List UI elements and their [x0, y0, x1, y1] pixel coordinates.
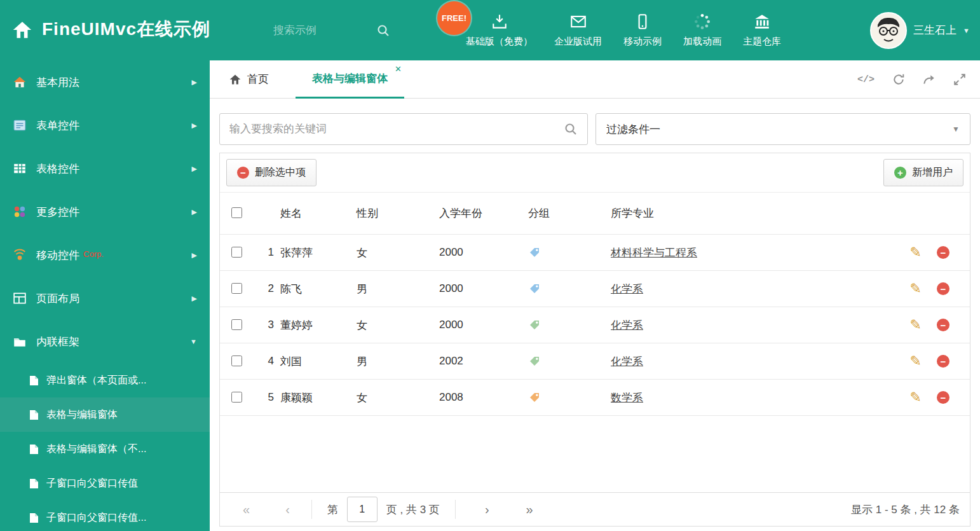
sidebar-item-inline-frame[interactable]: 内联框架 ▼: [0, 320, 210, 363]
nav-item-label: 企业版试用: [554, 36, 602, 48]
caret-down-icon: ▼: [952, 125, 960, 134]
nav-item-label: 移动示例: [623, 36, 662, 48]
sidebar-subitem-child-to-parent[interactable]: 子窗口向父窗口传值: [0, 466, 210, 500]
first-page-button[interactable]: «: [243, 503, 250, 516]
major-link[interactable]: 化学系: [611, 283, 643, 295]
next-page-button[interactable]: ›: [485, 503, 489, 516]
delete-row-icon[interactable]: −: [937, 319, 949, 331]
edit-pencil-icon[interactable]: ✎: [910, 354, 922, 368]
delete-selected-label: 删除选中项: [255, 166, 306, 179]
row-checkbox[interactable]: [231, 355, 242, 366]
edit-pencil-icon[interactable]: ✎: [910, 390, 922, 404]
row-year: 2008: [439, 391, 528, 404]
tab-grid-edit-window[interactable]: 表格与编辑窗体 ✕: [296, 60, 404, 99]
file-icon: [29, 375, 39, 386]
add-user-button[interactable]: + 新增用户: [883, 159, 963, 186]
chevron-right-icon: ▶: [192, 208, 197, 216]
house-icon: [13, 75, 27, 89]
sidebar-item-page-layout[interactable]: 页面布局 ▶: [0, 277, 210, 320]
keyword-search-input[interactable]: [220, 123, 564, 135]
delete-row-icon[interactable]: −: [937, 355, 949, 368]
pager-divider: [311, 500, 312, 519]
sidebar-item-grid-controls[interactable]: 表格控件 ▶: [0, 147, 210, 190]
code-icon[interactable]: </>: [857, 74, 875, 85]
row-checkbox[interactable]: [231, 283, 242, 294]
app-title: FineUIMvc在线示例: [42, 17, 210, 41]
home-icon[interactable]: [11, 19, 33, 41]
edit-pencil-icon[interactable]: ✎: [910, 245, 922, 259]
mobile-icon: [634, 13, 651, 31]
chevron-right-icon: ▶: [192, 294, 197, 303]
row-name: 张萍萍: [280, 245, 357, 260]
sidebar-subitem-child-to-parent-2[interactable]: 子窗口向父窗口传值...: [0, 500, 210, 531]
column-header-group: 分组: [528, 206, 611, 221]
sidebar-item-basic-usage[interactable]: 基本用法 ▶: [0, 60, 210, 104]
page-number-input[interactable]: [347, 497, 378, 522]
table-row: 4 刘国 男 2002 化学系 ✎ −: [220, 343, 970, 380]
close-icon[interactable]: ✕: [395, 64, 402, 74]
chevron-right-icon: ▶: [192, 78, 197, 86]
sidebar-subitem-grid-edit-window-2[interactable]: 表格与编辑窗体（不...: [0, 432, 210, 466]
page-label-suffix: 页 , 共 3 页: [386, 502, 440, 517]
major-link[interactable]: 材料科学与工程系: [611, 247, 697, 259]
form-icon: [13, 118, 27, 132]
row-checkbox[interactable]: [231, 319, 242, 330]
sidebar-item-mobile-controls[interactable]: 移动控件 Corp. ▶: [0, 233, 210, 277]
nav-item-enterprise-trial[interactable]: 企业版试用: [543, 13, 613, 48]
chevron-right-icon: ▶: [192, 121, 197, 130]
delete-selected-button[interactable]: − 删除选中项: [226, 159, 316, 186]
row-checkbox[interactable]: [231, 392, 242, 403]
table-icon: [13, 162, 27, 176]
sidebar-item-form-controls[interactable]: 表单控件 ▶: [0, 104, 210, 147]
pager-divider: [455, 500, 456, 519]
column-header-gender: 性别: [357, 206, 439, 221]
share-icon[interactable]: [923, 73, 936, 86]
nav-item-loading-animation[interactable]: 加载动画: [672, 13, 732, 48]
corp-badge: Corp.: [83, 249, 104, 259]
row-gender: 男: [357, 354, 439, 369]
sidebar-subitem-grid-edit-window[interactable]: 表格与编辑窗体: [0, 397, 210, 432]
sidebar-subitem-label: 表格与编辑窗体: [46, 408, 118, 422]
pagination-summary: 显示 1 - 5 条 , 共 12 条: [851, 502, 960, 517]
select-all-checkbox[interactable]: [231, 207, 242, 218]
nav-item-mobile-demo[interactable]: 移动示例: [613, 13, 672, 48]
delete-row-icon[interactable]: −: [937, 391, 949, 404]
edit-pencil-icon[interactable]: ✎: [910, 318, 922, 332]
refresh-icon[interactable]: [892, 73, 905, 86]
sidebar-subitem-popup-window[interactable]: 弹出窗体（本页面或...: [0, 363, 210, 397]
file-icon: [29, 444, 39, 455]
sidebar-item-label: 内联框架: [36, 334, 79, 349]
sidebar-item-label: 更多控件: [36, 205, 79, 219]
filter-dropdown[interactable]: 过滤条件一 ▼: [595, 113, 970, 145]
sidebar-item-label: 页面布局: [36, 291, 79, 306]
tag-icon: [528, 355, 541, 368]
row-gender: 男: [357, 282, 439, 296]
delete-row-icon[interactable]: −: [937, 282, 949, 295]
last-page-button[interactable]: »: [526, 503, 533, 516]
row-checkbox[interactable]: [231, 247, 242, 258]
search-icon[interactable]: [376, 24, 390, 38]
search-icon[interactable]: [564, 122, 578, 136]
file-icon: [29, 478, 39, 489]
sidebar-item-more-controls[interactable]: 更多控件 ▶: [0, 190, 210, 233]
expand-icon[interactable]: [953, 73, 966, 86]
user-menu[interactable]: 三生石上 ▼: [870, 0, 970, 60]
delete-row-icon[interactable]: −: [937, 246, 949, 259]
file-icon: [29, 513, 39, 523]
prev-page-button[interactable]: ‹: [285, 503, 290, 516]
column-header-year: 入学年份: [439, 206, 528, 221]
row-number: 1: [248, 246, 280, 259]
sidebar-item-label: 移动控件: [36, 248, 79, 263]
major-link[interactable]: 化学系: [611, 319, 643, 331]
avatar: [870, 12, 907, 49]
edit-pencil-icon[interactable]: ✎: [910, 282, 922, 296]
header-search-input[interactable]: [272, 24, 367, 38]
major-link[interactable]: 化学系: [611, 355, 643, 368]
table-empty-space: [220, 416, 970, 492]
major-link[interactable]: 数学系: [611, 392, 643, 404]
table-row: 2 陈飞 男 2000 化学系 ✎ −: [220, 271, 970, 307]
sidebar-item-label: 基本用法: [36, 75, 79, 90]
row-year: 2000: [439, 282, 528, 295]
nav-item-theme-repo[interactable]: 主题仓库: [732, 13, 792, 48]
tab-home[interactable]: 首页: [229, 72, 269, 86]
